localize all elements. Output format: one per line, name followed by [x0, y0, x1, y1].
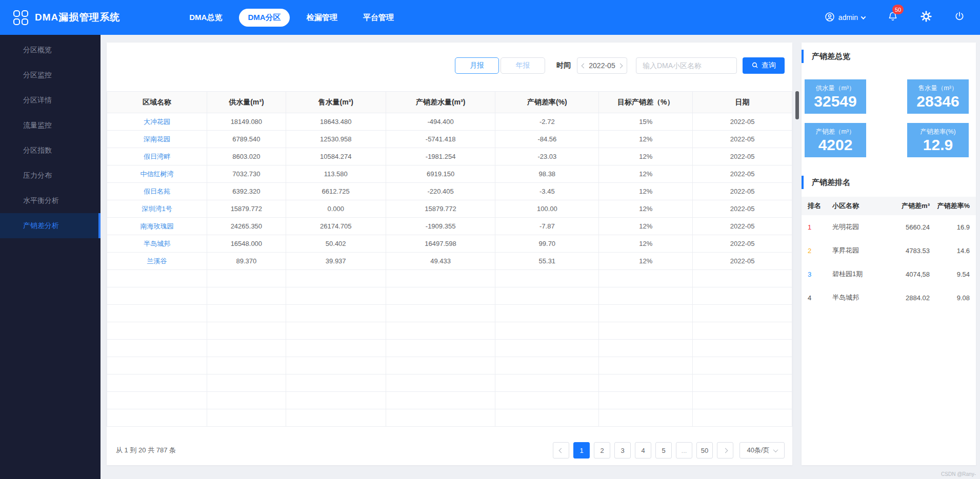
sidebar: 分区概览分区监控分区详情流量监控分区指数压力分布水平衡分析产销差分析	[0, 35, 101, 479]
page-button-3[interactable]: 3	[614, 442, 631, 459]
scrollbar-thumb[interactable]	[795, 91, 799, 119]
settings-button[interactable]	[921, 11, 932, 24]
page-button-50[interactable]: 50	[696, 442, 713, 459]
ranking-row: 3 碧桂园1期 4074,58 9.54	[802, 262, 976, 286]
table-row: 中信红树湾7032.730113.5806919.15098.3812%2022…	[107, 165, 792, 183]
ranking-column-header: 排名	[808, 201, 832, 211]
area-link[interactable]: 假日名苑	[144, 188, 170, 195]
column-header: 目标产销差（%）	[599, 92, 693, 113]
rank-area-name: 碧桂园1期	[832, 269, 883, 279]
power-icon	[954, 11, 965, 24]
rank-value: 4783.53	[883, 247, 930, 255]
ranking-column-header: 小区名称	[832, 201, 883, 211]
area-link[interactable]: 南海玫瑰园	[141, 222, 174, 230]
stat-card-3: 产销差（m³） 4202	[805, 123, 866, 157]
rank-rate: 9.54	[930, 270, 970, 278]
table-header-row: 区域名称供水量(m³)售水量(m³)产销差水量(m³)产销差率(%)目标产销差（…	[107, 92, 792, 113]
yearly-report-toggle[interactable]: 年报	[501, 57, 545, 74]
rank-number: 2	[808, 247, 832, 255]
page-buttons: 12345...50	[573, 442, 713, 459]
search-icon	[751, 61, 758, 70]
empty-row	[107, 287, 792, 305]
rank-number: 1	[808, 223, 832, 231]
sidebar-item-8[interactable]: 产销差分析	[0, 213, 101, 238]
overview-section-title: 产销差总览	[802, 50, 976, 63]
stat-card-value: 4202	[818, 137, 853, 153]
rank-rate: 16.9	[930, 223, 970, 231]
page-button-1[interactable]: 1	[573, 442, 590, 459]
sidebar-item-4[interactable]: 流量监控	[0, 113, 101, 138]
ranking-column-header: 产销差率%	[930, 201, 970, 211]
sidebar-item-1[interactable]: 分区概览	[0, 37, 101, 63]
notification-badge: 50	[892, 5, 904, 14]
area-link[interactable]: 深圳湾1号	[142, 205, 172, 213]
column-header: 产销差水量(m³)	[386, 92, 495, 113]
empty-row	[107, 322, 792, 340]
gear-icon	[921, 11, 932, 24]
nav-item-4[interactable]: 平台管理	[354, 9, 403, 27]
nav-item-1[interactable]: DMA总览	[181, 9, 231, 27]
vertical-scrollbar[interactable]	[792, 43, 802, 479]
next-page-button[interactable]	[717, 442, 733, 459]
column-header: 供水量(m³)	[207, 92, 286, 113]
ranking-title-text: 产销差排名	[812, 178, 850, 188]
stat-card-value: 28346	[916, 93, 959, 110]
app-logo-icon	[13, 10, 28, 25]
page-button-5[interactable]: 5	[655, 442, 672, 459]
column-header: 日期	[693, 92, 792, 113]
area-link[interactable]: 假日湾畔	[144, 153, 170, 160]
ranking-section-title: 产销差排名	[802, 176, 976, 189]
chevron-right-icon[interactable]	[618, 63, 623, 68]
nav-item-2[interactable]: DMA分区	[239, 9, 289, 27]
table-row: 深圳湾1号15879.7720.00015879.772100.0012%202…	[107, 200, 792, 218]
rank-value: 2884.02	[883, 294, 930, 302]
query-button-label: 查询	[762, 61, 776, 70]
date-picker[interactable]: 2022-05	[577, 57, 627, 74]
area-link[interactable]: 半岛城邦	[144, 240, 170, 247]
page-button-2[interactable]: 2	[594, 442, 610, 459]
rank-rate: 14.6	[930, 247, 970, 255]
stat-card-4: 产销差率(%) 12.9	[907, 123, 969, 157]
notifications-button[interactable]: 50	[888, 11, 898, 24]
rank-value: 5660.24	[883, 223, 930, 231]
sidebar-item-6[interactable]: 压力分布	[0, 163, 101, 188]
empty-row	[107, 374, 792, 392]
rank-area-name: 光明花园	[832, 222, 883, 232]
page-button-4[interactable]: 4	[635, 442, 651, 459]
table-row: 假日湾畔8603.02010584.274-1981.254-23.0312%2…	[107, 148, 792, 165]
time-label: 时间	[556, 61, 571, 70]
table-row: 南海玫瑰园24265.35026174.705-1909.355-7.8712%…	[107, 218, 792, 235]
sidebar-item-7[interactable]: 水平衡分析	[0, 188, 101, 213]
monthly-report-toggle[interactable]: 月报	[455, 57, 499, 74]
user-menu[interactable]: admin	[825, 12, 865, 24]
area-link[interactable]: 中信红树湾	[141, 170, 174, 178]
workspace: 分区概览分区监控分区详情流量监控分区指数压力分布水平衡分析产销差分析 月报 年报…	[0, 35, 980, 479]
page-size-select[interactable]: 40条/页	[739, 442, 785, 459]
empty-row	[107, 357, 792, 374]
rank-number: 4	[808, 294, 832, 302]
area-link[interactable]: 兰溪谷	[147, 257, 167, 265]
watermark: CSDN @Rany-	[941, 471, 976, 477]
search-input[interactable]	[636, 57, 737, 74]
table-row: 深南花园6789.54012530.958-5741.418-84.5612%2…	[107, 131, 792, 148]
stat-card-1: 供水量（m³） 32549	[805, 79, 866, 114]
sidebar-item-5[interactable]: 分区指数	[0, 138, 101, 163]
area-link[interactable]: 深南花园	[144, 135, 170, 143]
user-icon	[825, 12, 835, 24]
query-button[interactable]: 查询	[743, 57, 785, 74]
logout-button[interactable]	[954, 11, 965, 24]
prev-page-button[interactable]	[553, 442, 569, 459]
area-link[interactable]: 大冲花园	[144, 118, 170, 126]
chevron-left-icon[interactable]	[582, 63, 587, 68]
dma-data-table: 区域名称供水量(m³)售水量(m³)产销差水量(m³)产销差率(%)目标产销差（…	[107, 91, 792, 427]
sidebar-item-3[interactable]: 分区详情	[0, 88, 101, 113]
main-nav: DMA总览DMA分区检漏管理平台管理	[181, 9, 402, 27]
table-head: 区域名称供水量(m³)售水量(m³)产销差水量(m³)产销差率(%)目标产销差（…	[107, 92, 792, 113]
page-button-...[interactable]: ...	[676, 442, 692, 459]
chevron-right-icon	[723, 448, 728, 453]
ranking-header: 排名小区名称产销差m³产销差率%	[802, 197, 976, 215]
sidebar-item-2[interactable]: 分区监控	[0, 63, 101, 88]
column-header: 区域名称	[107, 92, 207, 113]
nav-item-3[interactable]: 检漏管理	[298, 9, 346, 27]
rank-area-name: 半岛城邦	[832, 293, 883, 302]
